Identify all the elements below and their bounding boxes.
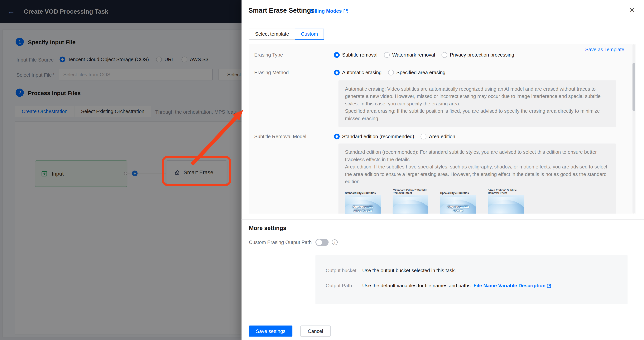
thumbnail-area-effect: "Area Edition" Subtitle Removal Effect: [488, 189, 524, 213]
tab-custom[interactable]: Custom: [295, 29, 324, 40]
radio-icon: [182, 56, 188, 62]
save-settings-button[interactable]: Save settings: [249, 326, 292, 337]
radio-watermark-removal[interactable]: Watermark removal: [384, 52, 435, 58]
thumbnail-image: Any resembl. ance to real: [345, 195, 381, 213]
step1-badge: 1: [16, 38, 24, 46]
radio-icon: [421, 134, 426, 139]
output-path-text: Use the default variables for file names…: [362, 283, 472, 289]
info-icon: i: [332, 239, 338, 245]
smart-erase-node[interactable]: Smart Erase: [166, 160, 227, 184]
note-line: Automatic erasing: Video subtitles are a…: [345, 85, 610, 108]
subtitle-overlay-text: [488, 195, 524, 213]
radio-subtitle-removal[interactable]: Subtitle removal: [334, 52, 378, 58]
step2-title: Process Input Files: [28, 90, 81, 96]
orchestration-hint: Through the orchestration, MPS featu: [155, 109, 242, 115]
add-node-button[interactable]: +: [132, 170, 138, 176]
radio-privacy-protection-label: Privacy protection processing: [450, 52, 514, 58]
radio-icon: [384, 52, 390, 58]
custom-path-toggle[interactable]: [316, 239, 328, 246]
scrollbar-track[interactable]: [632, 44, 635, 213]
input-file-source-options: Tencent Cloud Object Storage (COS) URL A…: [60, 56, 208, 63]
tab-select-existing-orchestration[interactable]: Select Existing Orchestration: [74, 106, 151, 117]
more-settings-title: More settings: [249, 225, 286, 231]
radio-standard-edition-label: Standard edition (recommended): [342, 134, 414, 139]
custom-erasing-output-path-label: Custom Erasing Output Path: [249, 239, 312, 245]
external-link-icon: [343, 9, 348, 13]
radio-icon: [334, 134, 340, 139]
subtitle-removal-model-label: Subtitle Removal Model: [254, 134, 306, 139]
subtitle-overlay-text: [393, 195, 428, 213]
billing-modes-text: Billing Modes: [310, 8, 342, 14]
radio-aws-s3-label: AWS S3: [190, 56, 208, 62]
radio-aws-s3[interactable]: AWS S3: [182, 56, 208, 62]
radio-url-label: URL: [164, 56, 174, 62]
input-file-source-label: Input File Source: [16, 57, 54, 63]
thumbnail-image: Any resembla nce to: [440, 195, 476, 213]
back-arrow-icon[interactable]: ←: [6, 6, 16, 17]
node-output-port[interactable]: [124, 172, 127, 175]
radio-url[interactable]: URL: [156, 56, 174, 62]
radio-subtitle-removal-label: Subtitle removal: [342, 52, 378, 58]
thumbnail-caption: "Area Edition" Subtitle Removal Effect: [488, 189, 524, 194]
output-bucket-label: Output bucket: [326, 268, 356, 274]
drawer-title: Smart Erase Settings: [248, 7, 314, 14]
tab-create-orchestration[interactable]: Create Orchestration: [15, 106, 74, 117]
output-path-value: Use the default variables for file names…: [362, 283, 553, 289]
required-mark: *: [52, 72, 54, 78]
tab-select-template[interactable]: Select template: [249, 29, 295, 40]
thumbnail-special-style: Special Style Subtitles Any resembla nce…: [440, 189, 476, 213]
erasing-method-label: Erasing Method: [254, 70, 289, 75]
note-line: Area edition: If the subtitles have spec…: [345, 163, 610, 185]
select-input-file-label: Select Input File*: [16, 72, 54, 78]
file-name-variable-text: File Name Variable Description: [474, 283, 546, 289]
save-as-template-link[interactable]: Save as Template: [585, 47, 624, 52]
thumbnail-caption: Standard Style Subtitles: [345, 189, 381, 194]
erasing-type-options: Subtitle removal Watermark removal Priva…: [334, 52, 514, 58]
thumbnail-image: [488, 195, 524, 213]
radio-icon: [388, 70, 394, 75]
smart-erase-node-label: Smart Erase: [184, 169, 213, 175]
erasing-type-label: Erasing Type: [254, 52, 283, 58]
file-name-variable-link[interactable]: File Name Variable Description: [474, 283, 551, 289]
subtitle-overlay-text: Any resembl. ance to real: [345, 195, 381, 213]
close-icon[interactable]: ✕: [628, 6, 636, 15]
radio-specified-area-erasing-label: Specified area erasing: [396, 70, 445, 75]
thumbnail-image: [393, 195, 428, 213]
page-title: Create VOD Processing Task: [24, 8, 108, 15]
step1-title: Specify Input File: [28, 39, 76, 45]
radio-icon: [334, 70, 340, 75]
external-link-icon: [547, 284, 552, 288]
radio-specified-area-erasing[interactable]: Specified area erasing: [388, 70, 445, 75]
radio-icon: [60, 56, 65, 62]
radio-privacy-protection[interactable]: Privacy protection processing: [442, 52, 514, 58]
radio-automatic-erasing[interactable]: Automatic erasing: [334, 70, 382, 75]
settings-scroll-area: Save as Template Erasing Type Subtitle r…: [249, 44, 636, 213]
radio-cos[interactable]: Tencent Cloud Object Storage (COS): [60, 56, 149, 62]
billing-modes-link[interactable]: Billing Modes: [310, 8, 348, 14]
radio-area-edition[interactable]: Area edition: [421, 134, 455, 139]
smart-erase-settings-drawer: Smart Erase Settings Billing Modes ✕ Sel…: [242, 0, 644, 340]
radio-icon: [442, 52, 448, 58]
orchestration-tabs: Create Orchestration Select Existing Orc…: [15, 106, 151, 117]
scrollbar-thumb[interactable]: [632, 63, 635, 111]
thumbnail-caption: "Standard Edition" Subtitle Removal Effe…: [393, 189, 428, 194]
erasing-method-note: Automatic erasing: Video subtitles are a…: [338, 80, 616, 127]
output-bucket-value: Use the output bucket selected in this t…: [362, 268, 456, 274]
input-node[interactable]: Input: [35, 160, 127, 187]
radio-standard-edition[interactable]: Standard edition (recommended): [334, 134, 414, 139]
cos-file-input[interactable]: Select files from COS: [59, 69, 213, 80]
radio-watermark-removal-label: Watermark removal: [392, 52, 435, 58]
output-path-label: Output Path: [326, 283, 352, 289]
model-note: Standard edition (recommended): For stan…: [338, 144, 616, 214]
cancel-button[interactable]: Cancel: [300, 326, 331, 337]
radio-cos-label: Tencent Cloud Object Storage (COS): [68, 56, 149, 62]
drawer-tabs: Select template Custom: [249, 29, 324, 40]
thumbnail-standard-style: Standard Style Subtitles Any resembl. an…: [345, 189, 381, 213]
select-input-file-text: Select Input File: [16, 72, 52, 78]
input-node-label: Input: [52, 170, 64, 177]
note-line: Specified area erasing: If the subtitle …: [345, 107, 610, 122]
input-file-icon: [41, 170, 48, 177]
step2-badge: 2: [16, 89, 24, 97]
eraser-icon: [174, 169, 180, 175]
note-line: Standard edition (recommended): For stan…: [345, 148, 610, 163]
